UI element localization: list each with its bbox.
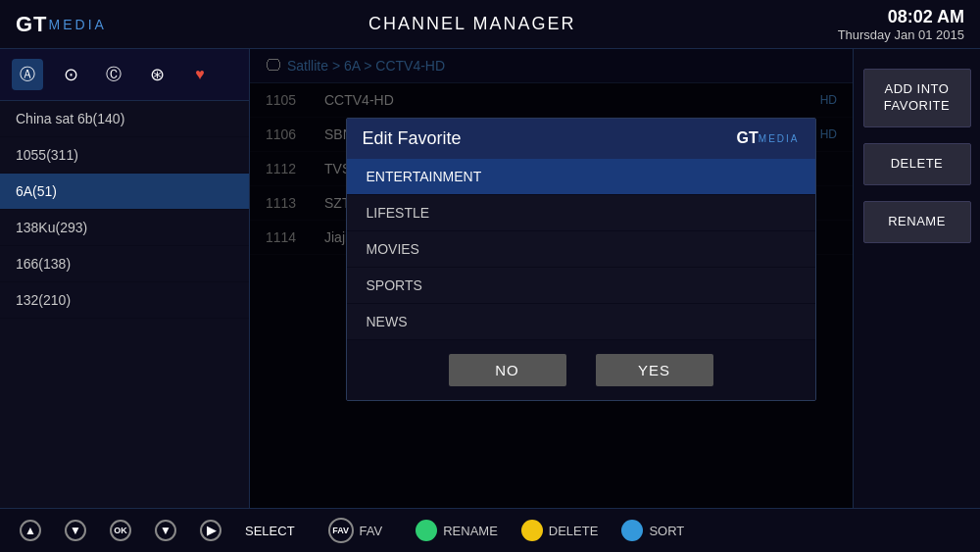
footer-right: ▶ xyxy=(200,520,221,541)
delete-color-icon xyxy=(521,520,543,541)
sidebar: Ⓐ ⊙ Ⓒ ⊛ ♥ China sat 6b(140) 1055(311) 6A… xyxy=(0,49,250,508)
logo: GT MEDIA xyxy=(16,12,107,37)
modal-logo-media: MEDIA xyxy=(759,133,800,144)
sidebar-item-3[interactable]: 138Ku(293) xyxy=(0,210,249,246)
page-title: CHANNEL MANAGER xyxy=(368,14,575,34)
modal-no-button[interactable]: NO xyxy=(449,354,566,386)
sidebar-item-2[interactable]: 6A(51) xyxy=(0,174,249,210)
delete-label: DELETE xyxy=(549,524,599,538)
footer-down: ▼ xyxy=(65,520,86,541)
fav-label: FAV xyxy=(360,524,383,538)
add-favorite-button[interactable]: ADD INTO FAVORITE xyxy=(863,69,971,127)
header: GT MEDIA CHANNEL MANAGER 08:02 AM Thursd… xyxy=(0,0,980,49)
footer-ok: OK xyxy=(110,520,131,541)
footer-sort: SORT xyxy=(621,520,684,541)
fav-item-2[interactable]: MOVIES xyxy=(347,231,815,268)
logo-gt: GT xyxy=(16,12,48,37)
modal-header: Edit Favorite GT MEDIA xyxy=(347,119,815,159)
sort-label: SORT xyxy=(649,524,684,538)
date: Thursday Jan 01 2015 xyxy=(838,27,964,42)
right-icon: ▶ xyxy=(200,520,221,541)
modal-overlay: Edit Favorite GT MEDIA ENTERTAINMENT LIF… xyxy=(250,49,853,508)
up-icon: ▲ xyxy=(20,520,41,541)
fav-icon: FAV xyxy=(328,518,354,543)
footer-up: ▲ xyxy=(20,520,41,541)
delete-button[interactable]: DELETE xyxy=(863,143,971,185)
modal-title: Edit Favorite xyxy=(363,128,462,149)
icon-copyright[interactable]: Ⓒ xyxy=(98,59,129,90)
header-time: 08:02 AM Thursday Jan 01 2015 xyxy=(838,7,964,42)
content-area: 🖵 Satllite > 6A > CCTV4-HD 1105 CCTV4-HD… xyxy=(250,49,853,508)
fav-item-0[interactable]: ENTERTAINMENT xyxy=(347,159,815,195)
rename-color-icon xyxy=(416,520,437,541)
ok-icon: OK xyxy=(110,520,131,541)
sidebar-list: China sat 6b(140) 1055(311) 6A(51) 138Ku… xyxy=(0,101,249,508)
modal-yes-button[interactable]: YES xyxy=(596,354,713,386)
footer-rename: RENAME xyxy=(416,520,498,541)
icon-signal[interactable]: ⊙ xyxy=(55,59,86,90)
edit-favorite-modal: Edit Favorite GT MEDIA ENTERTAINMENT LIF… xyxy=(346,118,816,401)
footer-select-label: SELECT xyxy=(245,524,295,538)
sidebar-item-5[interactable]: 132(210) xyxy=(0,282,249,319)
icon-antenna[interactable]: ⊛ xyxy=(141,59,172,90)
fav-item-3[interactable]: SPORTS xyxy=(347,268,815,304)
rename-label: RENAME xyxy=(443,524,498,538)
select-label: SELECT xyxy=(245,524,295,538)
pagedown-icon: ▼ xyxy=(155,520,176,541)
sidebar-item-0[interactable]: China sat 6b(140) xyxy=(0,101,249,137)
footer: ▲ ▼ OK ▼ ▶ SELECT FAV FAV RENAME DELETE … xyxy=(0,508,980,552)
fav-item-1[interactable]: LIFESTLE xyxy=(347,195,815,231)
footer-down2: ▼ xyxy=(155,520,176,541)
sidebar-item-1[interactable]: 1055(311) xyxy=(0,137,249,174)
rename-button[interactable]: RENAME xyxy=(863,201,971,243)
modal-body: ENTERTAINMENT LIFESTLE MOVIES SPORTS NEW… xyxy=(347,159,815,340)
modal-logo-gt: GT xyxy=(737,129,759,147)
logo-media: MEDIA xyxy=(49,17,107,32)
clock: 08:02 AM xyxy=(838,7,964,27)
main-area: Ⓐ ⊙ Ⓒ ⊛ ♥ China sat 6b(140) 1055(311) 6A… xyxy=(0,49,980,508)
icon-favorite[interactable]: ♥ xyxy=(184,59,216,90)
icon-all[interactable]: Ⓐ xyxy=(12,59,43,90)
footer-fav: FAV FAV xyxy=(328,518,383,543)
footer-delete: DELETE xyxy=(521,520,599,541)
modal-footer: NO YES xyxy=(347,340,815,400)
sidebar-item-4[interactable]: 166(138) xyxy=(0,246,249,282)
right-panel: ADD INTO FAVORITE DELETE RENAME xyxy=(853,49,980,508)
sidebar-icons: Ⓐ ⊙ Ⓒ ⊛ ♥ xyxy=(0,49,249,101)
fav-item-4[interactable]: NEWS xyxy=(347,304,815,340)
modal-logo: GT MEDIA xyxy=(737,129,800,147)
sort-color-icon xyxy=(621,520,643,541)
down-icon: ▼ xyxy=(65,520,86,541)
